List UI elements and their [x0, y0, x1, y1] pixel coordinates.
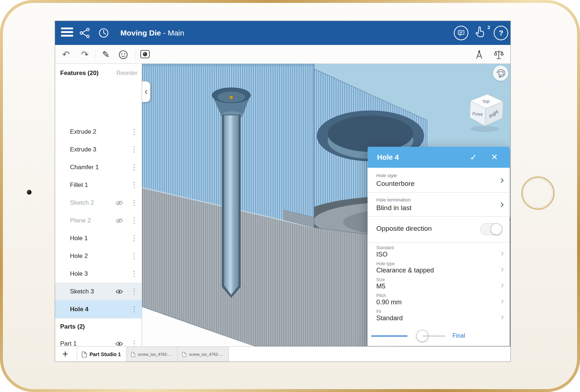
hole-termination-row[interactable]: Hole termination Blind in last › — [368, 193, 510, 217]
view-cube-top-label: Top — [482, 99, 490, 104]
param-label: Size — [376, 277, 385, 282]
comments-button[interactable] — [454, 26, 468, 40]
view-cube[interactable]: Top Front Right — [464, 88, 509, 133]
hamburger-menu-icon[interactable] — [61, 28, 73, 38]
kebab-menu-icon[interactable]: ⋮ — [130, 141, 138, 158]
tablet-camera — [27, 190, 32, 195]
hole-style-value: Counterbore — [376, 180, 415, 188]
add-tab-button[interactable]: + — [55, 347, 75, 362]
kebab-menu-icon[interactable]: ⋮ — [130, 265, 138, 283]
feature-row-sketch-2[interactable]: Sketch 2 ⋮ — [55, 194, 142, 212]
kebab-menu-icon[interactable]: ⋮ — [130, 247, 138, 265]
versions-branch-icon[interactable] — [79, 27, 91, 39]
feature-row-hole-4[interactable]: Hole 4 ⋮ — [55, 300, 142, 318]
opposite-direction-label: Opposite direction — [376, 225, 432, 233]
kebab-menu-icon[interactable]: ⋮ — [130, 123, 138, 141]
eye-hidden-icon[interactable] — [115, 218, 123, 223]
eye-visible-icon[interactable] — [115, 341, 123, 346]
fit-param-row[interactable]: Fit Standard › — [368, 308, 510, 324]
feature-label: Hole 4 — [70, 300, 88, 318]
reorder-button[interactable]: Reorder — [116, 66, 137, 80]
feature-label: Hole 2 — [70, 247, 88, 265]
features-panel: Features (20) Reorder Extrude 2 ⋮ Extrud… — [55, 64, 142, 346]
tab-screw-document-1[interactable]: screw_iso_4762-m... — [127, 347, 178, 362]
kebab-menu-icon[interactable]: ⋮ — [130, 300, 138, 318]
toolbar: ↶ ↷ ✎ — [55, 45, 510, 64]
help-button[interactable]: ? — [494, 26, 508, 40]
view-cube-shadow — [471, 126, 500, 132]
tab-part-studio-1[interactable]: Part Studio 1 — [77, 347, 127, 362]
large-bore-depth — [328, 116, 413, 152]
kebab-menu-icon[interactable]: ⋮ — [130, 212, 138, 229]
parts-section-title: Parts (2) — [60, 318, 85, 335]
eye-hidden-icon[interactable] — [115, 200, 123, 205]
comment-bubble-icon — [457, 29, 465, 37]
sketch-pencil-button[interactable]: ✎ — [99, 45, 113, 64]
close-button[interactable]: ✕ — [486, 147, 502, 168]
undo-button[interactable]: ↶ — [59, 45, 73, 64]
feature-row-hole-3[interactable]: Hole 3 ⋮ — [55, 265, 142, 283]
kebab-menu-icon[interactable]: ⋮ — [130, 158, 138, 176]
feature-row-fillet-1[interactable]: Fillet 1 ⋮ — [55, 176, 142, 194]
tablet-frame: Moving Die - Main 2 ? ↶ ↷ — [0, 0, 580, 392]
param-label: Standard — [376, 245, 394, 250]
mate-connector-dot[interactable] — [229, 96, 233, 99]
panel-collapse-button[interactable]: ‹ — [142, 81, 150, 102]
hole-style-row[interactable]: Hole style Counterbore › — [368, 168, 510, 193]
eye-visible-icon[interactable] — [115, 289, 123, 294]
hole-style-label: Hole style — [376, 173, 397, 178]
history-clock-icon[interactable] — [98, 27, 109, 39]
standard-param-row[interactable]: Standard ISO › — [368, 245, 510, 260]
mass-properties-balance-button[interactable] — [494, 50, 504, 60]
pitch-param-row[interactable]: Pitch 0.90 mm › — [368, 292, 510, 308]
rollback-slider-track[interactable] — [423, 335, 445, 337]
size-param-row[interactable]: Size M5 › — [368, 276, 510, 292]
confirm-button[interactable]: ✓ — [465, 147, 481, 168]
feature-row-plane-2[interactable]: Plane 2 ⋮ — [55, 212, 142, 229]
feature-row-hole-1[interactable]: Hole 1 ⋮ — [55, 229, 142, 247]
hole-termination-label: Hole termination — [376, 197, 411, 203]
kebab-menu-icon[interactable]: ⋮ — [130, 194, 138, 212]
pointing-hand-icon — [475, 26, 486, 39]
param-label: Fit — [376, 309, 381, 314]
feature-row-chamfer-1[interactable]: Chamfer 1 ⋮ — [55, 158, 142, 176]
rollback-slider-track-filled[interactable] — [371, 335, 407, 337]
render-view-button[interactable] — [140, 50, 150, 59]
analysis-compass-button[interactable] — [474, 50, 484, 59]
feature-row-sketch-3[interactable]: Sketch 3 ⋮ — [55, 283, 142, 300]
appearance-face-button[interactable] — [118, 50, 128, 60]
chevron-left-icon: ‹ — [145, 86, 148, 97]
feature-row-extrude-3[interactable]: Extrude 3 ⋮ — [55, 141, 142, 158]
param-value: Standard — [376, 314, 403, 322]
redo-button[interactable]: ↷ — [78, 45, 92, 64]
kebab-menu-icon[interactable]: ⋮ — [130, 176, 138, 194]
chevron-right-icon: › — [501, 247, 504, 259]
opposite-direction-toggle[interactable] — [480, 223, 502, 235]
document-title: Moving Die - Main — [120, 21, 184, 45]
feature-row-extrude-2[interactable]: Extrude 2 ⋮ — [55, 123, 142, 141]
document-icon — [182, 352, 186, 357]
touch-count-badge: 2 — [488, 25, 490, 30]
feature-row-hole-2[interactable]: Hole 2 ⋮ — [55, 247, 142, 265]
screw-shank[interactable] — [224, 115, 239, 295]
chevron-right-icon: › — [500, 174, 504, 186]
kebab-menu-icon[interactable]: ⋮ — [130, 229, 138, 247]
touch-gestures-button[interactable]: 2 — [475, 26, 489, 41]
final-link[interactable]: Final — [452, 333, 465, 339]
feature-label: Extrude 3 — [70, 141, 96, 158]
dialog-header[interactable]: Hole 4 ✓ ✕ — [368, 147, 510, 168]
view-cube-front-label: Front — [472, 111, 483, 117]
parts-section-header: Parts (2) — [55, 318, 142, 335]
feature-label: Extrude 2 — [70, 123, 96, 141]
opposite-direction-row: Opposite direction — [368, 217, 510, 243]
param-value: M5 — [376, 283, 385, 290]
hole-type-param-row[interactable]: Hole type Clearance & tapped › — [368, 260, 510, 276]
question-mark-icon: ? — [499, 29, 503, 37]
tab-screw-document-2[interactable]: screw_iso_4762-m... — [178, 347, 229, 362]
param-value: ISO — [376, 251, 388, 258]
view-orientation-button[interactable] — [493, 66, 508, 81]
document-icon — [131, 352, 135, 357]
tab-label: screw_iso_4762-m... — [189, 352, 224, 356]
tablet-home-button[interactable] — [521, 176, 555, 210]
kebab-menu-icon[interactable]: ⋮ — [130, 283, 138, 300]
